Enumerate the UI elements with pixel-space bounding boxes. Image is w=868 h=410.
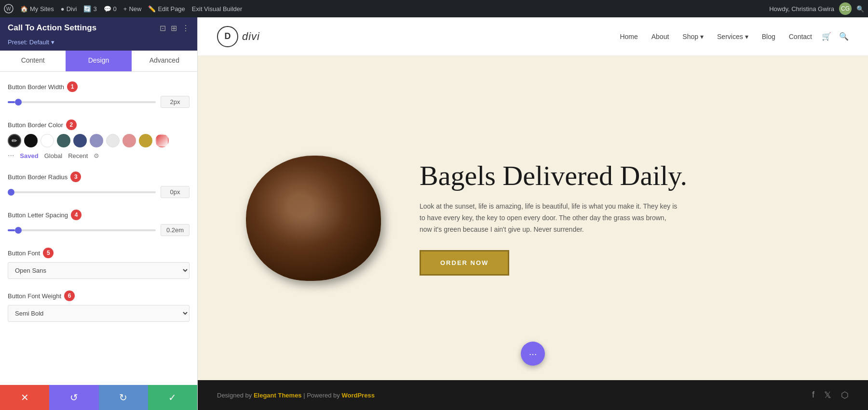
letter-spacing-slider-thumb[interactable] [15, 227, 22, 234]
cart-icon[interactable]: 🛒 [822, 32, 831, 41]
color-swatches: ✏ [8, 134, 190, 147]
border-width-value[interactable]: 2px [161, 96, 190, 108]
undo-button[interactable]: ↺ [49, 385, 98, 410]
wp-logo-link[interactable]: W [4, 4, 14, 13]
font-weight-label-text: Button Font Weight [8, 292, 61, 300]
font-label-text: Button Font [8, 250, 40, 257]
field-label-font-weight: Button Font Weight 6 [8, 291, 190, 301]
site-nav: D divi Home About Shop ▾ Services ▾ Blog… [198, 17, 868, 56]
color-picker-button[interactable]: ✏ [8, 134, 21, 147]
facebook-icon[interactable]: f [812, 390, 814, 400]
letter-spacing-slider-track[interactable] [8, 229, 156, 231]
site-footer: Designed by Elegant Themes | Powered by … [198, 380, 868, 410]
recent-link[interactable]: Recent [68, 152, 88, 159]
admin-bar-left: W 🏠 My Sites ● Divi 🔄 3 💬 0 + New ✏️ Edi… [4, 4, 762, 13]
confirm-button[interactable]: ✓ [148, 385, 197, 410]
nav-contact[interactable]: Contact [789, 33, 812, 40]
border-radius-value[interactable]: 0px [161, 186, 190, 198]
search-icon[interactable]: 🔍 [856, 5, 864, 13]
field-label-border-width: Button Border Width 1 [8, 81, 190, 92]
panel-footer: ✕ ↺ ↻ ✓ [0, 385, 197, 410]
saved-link[interactable]: Saved [20, 152, 38, 159]
preset-label: Preset: Default [8, 39, 49, 46]
swatch-gold[interactable] [139, 134, 152, 147]
tab-advanced[interactable]: Advanced [132, 51, 197, 71]
panel-header-icons: ⊡ ⊞ ⋮ [160, 24, 190, 33]
swatch-white[interactable] [41, 134, 54, 147]
more-icon[interactable]: ⋮ [182, 24, 190, 33]
field-button-font-weight: Button Font Weight 6 Thin Light Regular … [8, 291, 190, 322]
hero-image [236, 151, 391, 286]
border-width-slider-thumb[interactable] [15, 99, 22, 106]
shop-dropdown-icon: ▾ [700, 33, 704, 40]
swatch-teal[interactable] [57, 134, 70, 147]
minimize-icon[interactable]: ⊡ [160, 24, 166, 33]
font-weight-select[interactable]: Thin Light Regular Semi Bold Bold Extra … [8, 305, 190, 322]
exit-visual-builder-link[interactable]: Exit Visual Builder [192, 5, 243, 13]
floating-dots-button[interactable]: ··· [521, 342, 545, 366]
swatch-red-white[interactable] [155, 134, 169, 147]
font-select[interactable]: Open Sans Lato Roboto Montserrat Georgia [8, 262, 190, 279]
instagram-icon[interactable]: ⬡ [841, 390, 849, 400]
border-radius-slider-track[interactable] [8, 191, 156, 193]
hero-section: Bagels Delivered Daily. Look at the suns… [198, 56, 868, 380]
letter-spacing-label-text: Button Letter Spacing [8, 212, 68, 219]
footer-social: f 𝕏 ⬡ [812, 390, 849, 400]
tab-content[interactable]: Content [0, 51, 66, 71]
services-dropdown-icon: ▾ [745, 33, 748, 40]
nav-search-icon[interactable]: 🔍 [839, 32, 849, 41]
nav-home[interactable]: Home [620, 33, 637, 40]
my-sites-link[interactable]: 🏠 My Sites [20, 5, 54, 13]
border-width-slider-track[interactable] [8, 101, 156, 103]
border-radius-label-text: Button Border Radius [8, 173, 68, 181]
tab-design[interactable]: Design [66, 51, 131, 71]
edit-page-link[interactable]: ✏️ Edit Page [148, 5, 185, 13]
redo-button[interactable]: ↻ [99, 385, 148, 410]
swatch-navy[interactable] [73, 134, 87, 147]
eyedropper-icon: ✏ [12, 137, 17, 145]
new-link[interactable]: + New [123, 5, 142, 13]
global-link[interactable]: Global [44, 152, 63, 159]
border-radius-slider-thumb[interactable] [8, 189, 14, 196]
nav-services[interactable]: Services ▾ [717, 33, 748, 40]
hero-title: Bagels Delivered Daily. [420, 160, 829, 191]
dots-icon: ··· [529, 348, 537, 359]
logo-text: divi [242, 30, 260, 43]
grid-icon[interactable]: ⊞ [171, 24, 177, 33]
swatch-lightgray[interactable] [106, 134, 120, 147]
nav-shop[interactable]: Shop ▾ [682, 33, 704, 40]
divi-link[interactable]: ● Divi [61, 5, 77, 13]
preset-bar[interactable]: Preset: Default ▾ [0, 39, 197, 51]
border-radius-slider-row: 0px [8, 186, 190, 198]
nav-about[interactable]: About [651, 33, 669, 40]
swatch-lavender[interactable] [90, 134, 103, 147]
swatches-footer: ··· Saved Global Recent ⚙ [8, 151, 190, 160]
badge-3: 3 [70, 172, 81, 182]
badge-6: 6 [64, 291, 75, 301]
swatch-pink[interactable] [122, 134, 136, 147]
badge-5: 5 [43, 248, 54, 258]
badge-2: 2 [66, 119, 77, 130]
panel-header: Call To Action Settings ⊡ ⊞ ⋮ [0, 17, 197, 39]
letter-spacing-slider-fill [8, 229, 15, 231]
bagel-image [246, 156, 381, 281]
panel-title: Call To Action Settings [8, 23, 96, 33]
comment-count-link[interactable]: 💬 0 [104, 5, 117, 13]
border-width-slider-fill [8, 101, 15, 103]
more-swatches-icon[interactable]: ··· [8, 151, 14, 160]
letter-spacing-slider-row: 0.2em [8, 224, 190, 236]
admin-bar-right: Howdy, Christina Gwira CG 🔍 [769, 2, 864, 15]
field-label-letter-spacing: Button Letter Spacing 4 [8, 210, 190, 220]
cancel-button[interactable]: ✕ [0, 385, 49, 410]
letter-spacing-value[interactable]: 0.2em [161, 224, 190, 236]
twitter-icon[interactable]: 𝕏 [824, 390, 831, 400]
tabs: Content Design Advanced [0, 51, 197, 72]
bagel-texture [273, 193, 354, 243]
swatch-black[interactable] [24, 134, 38, 147]
nav-blog[interactable]: Blog [762, 33, 775, 40]
cta-button[interactable]: ORDER NOW [420, 250, 509, 276]
cta-label: ORDER NOW [440, 259, 488, 266]
border-width-label-text: Button Border Width [8, 83, 64, 91]
comments-link[interactable]: 🔄 3 [83, 5, 96, 13]
gear-icon[interactable]: ⚙ [94, 152, 99, 159]
